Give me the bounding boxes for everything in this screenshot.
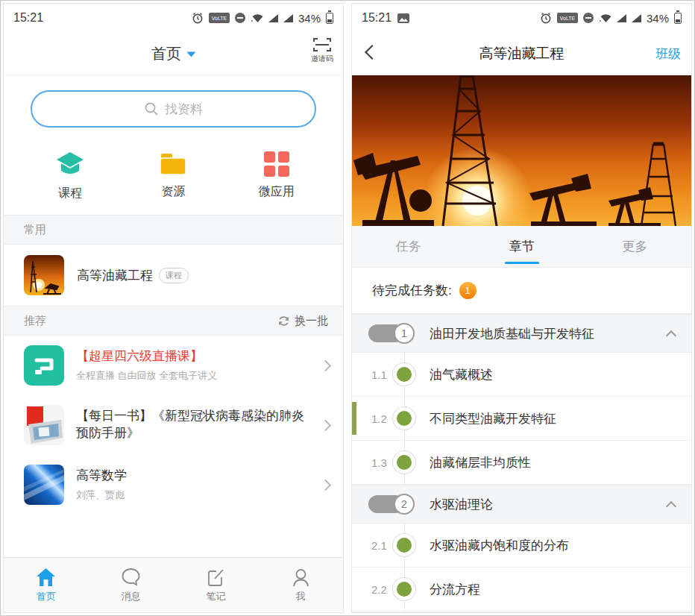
tab-messages[interactable]: 消息 (89, 558, 174, 612)
section-recommend: 推荐 换一批 (4, 306, 343, 336)
section-title: 不同类型油藏开发特征 (430, 410, 556, 427)
course-title: 高等油藏工程 (77, 267, 153, 284)
tab-tasks[interactable]: 任务 (352, 226, 465, 267)
active-tab-underline (505, 262, 539, 264)
battery-percent: 34% (647, 12, 669, 25)
tab-me[interactable]: 我 (258, 558, 343, 612)
screenshot-notification-icon (397, 13, 409, 23)
home-header: 首页 邀请码 (4, 32, 343, 75)
tab-label: 首页 (37, 590, 56, 603)
chapter-title: 油田开发地质基础与开发特征 (430, 325, 667, 342)
status-bar: 15:21 VoLTE 34% (4, 4, 343, 32)
volte-icon: VoLTE (209, 13, 230, 23)
refresh-batch-label: 换一批 (295, 314, 328, 328)
wifi-icon (251, 13, 263, 23)
chapter-number: 1 (394, 323, 415, 344)
progress-dot-icon (397, 455, 412, 470)
shortcut-courses[interactable]: 课程 (19, 151, 122, 201)
chapter-toggle: 2 (368, 494, 415, 515)
dual-screenshot: 15:21 VoLTE 34% 首页 邀请码 (0, 0, 695, 616)
tab-label: 章节 (509, 238, 535, 255)
pending-tasks-row[interactable]: 待完成任务数: 1 (352, 268, 691, 314)
progress-dot-icon (397, 582, 412, 597)
do-not-disturb-icon (583, 13, 594, 23)
shortcut-label: 课程 (58, 186, 82, 201)
svg-text:VoLTE: VoLTE (212, 16, 227, 21)
tab-more[interactable]: 更多 (578, 226, 691, 267)
volte-icon: VoLTE (557, 13, 578, 23)
class-button[interactable]: 班级 (655, 45, 681, 62)
back-button[interactable] (365, 45, 380, 60)
battery-percent: 34% (298, 12, 321, 25)
chapter-2-header[interactable]: 2 水驱油理论 (352, 485, 691, 524)
tab-label: 消息 (122, 590, 141, 603)
invite-code-label: 邀请码 (311, 54, 333, 64)
chapter-title: 水驱油理论 (430, 496, 667, 513)
pending-count-badge: 1 (459, 282, 477, 299)
course-detail-screen: 15:21 VoLTE 34% 高等油藏工程 班级 (351, 3, 692, 613)
course-thumbnail (24, 255, 64, 295)
section-number: 1.2 (371, 412, 387, 425)
graduation-cap-icon (55, 151, 85, 178)
person-icon (291, 568, 311, 587)
home-icon (36, 568, 56, 587)
chapter-list: 1 油田开发地质基础与开发特征 1.1 油气藏概述 1.2 不同类型油藏开发特征… (352, 314, 691, 612)
section-common-label: 常用 (24, 223, 46, 237)
signal-icon (617, 14, 626, 22)
course-header: 高等油藏工程 班级 (352, 32, 691, 75)
scan-frame-icon (312, 37, 332, 52)
rec-item-live-course[interactable]: 【超星四六级直播课】 全程直播 自由回放 全套电子讲义 (4, 336, 343, 395)
signal2-icon (283, 14, 293, 22)
shortcut-label: 微应用 (259, 184, 295, 200)
course-item[interactable]: 高等油藏工程 课程 (4, 245, 343, 306)
tab-label: 笔记 (206, 590, 225, 603)
section-item-1-2[interactable]: 1.2 不同类型油藏开发特征 (352, 397, 691, 441)
message-bubble-icon (121, 568, 141, 587)
tab-label: 我 (296, 590, 306, 603)
chevron-up-icon (666, 330, 676, 340)
battery-icon (674, 13, 682, 24)
course-page-title: 高等油藏工程 (479, 44, 565, 63)
search-input[interactable]: 找资料 (31, 90, 316, 128)
section-number: 2.1 (371, 539, 387, 552)
rec-title: 【超星四六级直播课】 (76, 348, 309, 365)
section-title: 油气藏概述 (430, 366, 493, 383)
refresh-batch-button[interactable]: 换一批 (277, 314, 328, 328)
shortcut-miniapps[interactable]: 微应用 (225, 151, 328, 201)
section-number: 2.2 (371, 583, 387, 596)
wifi-icon (599, 13, 611, 23)
tab-label: 任务 (396, 238, 421, 255)
clock-time: 15:21 (13, 11, 43, 25)
section-title: 分流方程 (430, 581, 480, 598)
section-number: 1.3 (371, 456, 387, 469)
chapter-1-header[interactable]: 1 油田开发地质基础与开发特征 (352, 314, 691, 353)
rec-item-daily-book[interactable]: 【每日一书】《新型冠状病毒感染的肺炎预防手册》 (4, 395, 343, 455)
section-recommend-label: 推荐 (24, 314, 46, 328)
tab-home[interactable]: 首页 (4, 558, 89, 612)
rec-item-math[interactable]: 高等数学 刘萍、贾彪 (4, 455, 343, 515)
signal2-icon (632, 14, 641, 22)
progress-dot-icon (397, 538, 412, 553)
home-title-dropdown[interactable]: 首页 (151, 43, 195, 63)
chapter-number: 2 (394, 494, 415, 515)
chevron-right-icon (320, 419, 332, 431)
search-placeholder: 找资料 (165, 101, 203, 118)
page-title: 首页 (151, 43, 181, 63)
tab-notes[interactable]: 笔记 (174, 558, 259, 612)
tab-chapters[interactable]: 章节 (465, 226, 579, 267)
pending-tasks-label: 待完成任务数: (372, 282, 452, 299)
chevron-down-icon (186, 52, 195, 57)
section-item-2-2[interactable]: 2.2 分流方程 (352, 568, 691, 612)
math-cover-thumbnail (24, 465, 64, 505)
section-item-2-1[interactable]: 2.1 水驱油藏内饱和度的分布 (352, 524, 691, 568)
oilfield-illustration (352, 75, 691, 226)
battery-icon (326, 13, 333, 24)
section-item-1-3[interactable]: 1.3 油藏储层非均质性 (352, 441, 691, 485)
section-title: 油藏储层非均质性 (430, 454, 531, 471)
shortcut-resources[interactable]: 资源 (122, 151, 224, 201)
chapter-toggle: 1 (368, 323, 415, 344)
search-icon (144, 101, 159, 116)
invite-code-button[interactable]: 邀请码 (311, 37, 333, 64)
section-item-1-1[interactable]: 1.1 油气藏概述 (352, 353, 691, 397)
chevron-right-icon (320, 359, 332, 371)
